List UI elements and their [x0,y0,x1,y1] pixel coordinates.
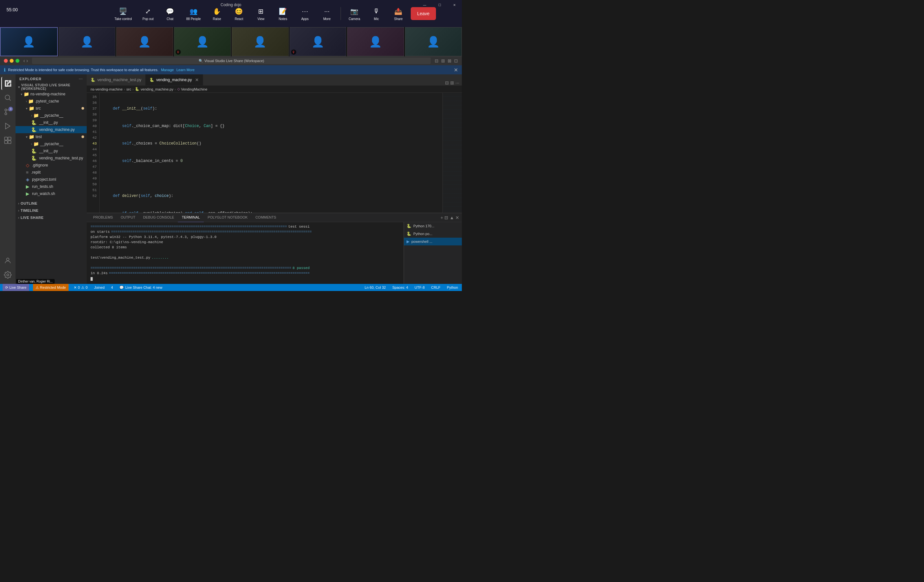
close-button[interactable]: ✕ [447,0,462,10]
fullscreen-dot[interactable] [15,59,20,63]
file-vending-machine-test[interactable]: 🐍 vending_machine_test.py [15,155,87,162]
timeline-section[interactable]: › TIMELINE [15,207,87,214]
ln-col-status[interactable]: Ln 60, Col 32 [363,284,387,291]
activity-account[interactable] [1,254,14,267]
errors-status[interactable]: ✕ 0 ⚠ 0 [73,284,89,291]
terminal-close-button[interactable]: ✕ [455,215,459,220]
terminal-tab-terminal[interactable]: TERMINAL [178,213,204,222]
terminal-tab-polyglot[interactable]: POLYGLOT NOTEBOOK [204,213,252,222]
terminal-panel-powershell[interactable]: ▶ powershell ... [404,237,462,246]
folder-pycache-src[interactable]: › 📁 __pycache__ [15,112,87,119]
joined-status[interactable]: Joined [93,284,106,291]
terminal-content[interactable]: ========================================… [87,222,404,284]
take-control-button[interactable]: 🖥️ Take control [111,4,136,23]
code-editor[interactable]: 35 36 37 38 39 40 41 42 43 44 45 46 [87,93,462,213]
breadcrumb-part-3[interactable]: vending_machine.py [141,87,173,91]
minimize-dot[interactable] [10,59,13,63]
breadcrumb-part-4[interactable]: VendingMachine [181,87,207,91]
code-content[interactable]: def __init__(self): self._choice_can_map… [100,93,442,213]
breadcrumb-part-1[interactable]: ns-vending-machine [91,87,122,91]
video-thumb-8[interactable]: 👤 [405,27,462,56]
address-bar[interactable]: 🔍 Visual Studio Live Share (Workspace) [32,58,431,64]
terminal-tab-comments[interactable]: COMMENTS [252,213,280,222]
breadcrumb-part-2[interactable]: src [127,87,131,91]
share-button[interactable]: 📤 Share [389,4,408,23]
activity-extensions[interactable] [1,134,14,147]
workspace-folder[interactable]: ▾ VISUAL STUDIO LIVE SHARE (WORKSPACE) [15,83,87,91]
explorer-menu-button[interactable]: ··· [79,77,83,81]
spaces-status[interactable]: Spaces: 4 [391,284,409,291]
terminal-panel-python-2[interactable]: 🐍 Python po... [404,230,462,237]
video-thumb-1[interactable]: 👤 [0,27,58,56]
more-editor-actions[interactable]: ··· [455,80,459,85]
line-endings-status[interactable]: CRLF [430,284,442,291]
terminal-tab-problems[interactable]: PROBLEMS [89,213,117,222]
video-thumb-6[interactable]: 👤 🎙 [289,27,347,56]
outline-section[interactable]: › OUTLINE [15,200,87,207]
live-share-section[interactable]: › LIVE SHARE [15,214,87,221]
terminal-maximize-button[interactable]: ▲ [450,215,454,220]
file-gitignore[interactable]: ◇ .gitignore [15,162,87,169]
grid-icon[interactable]: ⊡ [454,58,458,63]
encoding-status[interactable]: UTF-8 [413,284,426,291]
restricted-mode-status[interactable]: ⚠ Restricted Mode [33,284,69,291]
file-run-tests[interactable]: ▶ run_tests.sh [15,183,87,190]
video-thumb-4[interactable]: 👤 🎙 [174,27,231,56]
notes-button[interactable]: 📝 Notes [273,4,293,23]
apps-button[interactable]: ⋯ Apps [295,4,315,23]
people-button[interactable]: 👥 88 People [182,4,205,23]
live-share-status[interactable]: ⟳ Live Share [3,284,29,291]
editor-layout-button[interactable]: ⊞ [450,80,454,85]
notification-close[interactable]: ✕ [454,67,458,73]
terminal-panel-python-1[interactable]: 🐍 Python 170... [404,222,462,230]
manage-link[interactable]: Manage [161,68,174,72]
leave-button[interactable]: Leave [411,7,436,20]
panel-layout-icon[interactable]: ⊠ [447,58,452,63]
camera-button[interactable]: 📷 Camera [345,4,364,23]
activity-settings[interactable] [1,269,14,281]
pop-out-button[interactable]: ⤢ Pop out [139,4,158,23]
tabs-status[interactable]: 4 [110,284,114,291]
folder-test[interactable]: ▾ 📁 test [15,133,87,140]
more-button[interactable]: ··· More [317,4,337,23]
tab-vending-machine-test[interactable]: 🐍 vending_machine_test.py [87,74,145,85]
mic-button[interactable]: 🎙 Mic [367,4,386,23]
activity-explorer[interactable] [1,77,14,90]
file-vending-machine[interactable]: 🐍 vending_machine.py [15,126,87,133]
file-run-watch[interactable]: ▶ run_watch.sh [15,190,87,197]
activity-search[interactable] [1,91,14,104]
chat-button[interactable]: 💬 Chat [160,4,180,23]
file-init-src[interactable]: 🐍 __init__.py [15,119,87,126]
terminal-tab-output[interactable]: OUTPUT [117,213,139,222]
split-editor-icon[interactable]: ⊟ [435,58,439,63]
file-init-test[interactable]: 🐍 __init__.py [15,147,87,155]
video-thumb-2[interactable]: 👤 [59,27,116,56]
layout-icon[interactable]: ⊞ [441,58,445,63]
tab-vending-machine[interactable]: 🐍 vending_machine.py ✕ [145,74,203,85]
view-button[interactable]: ⊞ View [251,4,271,23]
folder-pytest-cache[interactable]: › 📁 .pytest_cache [15,98,87,105]
file-replit[interactable]: ≡ .replit [15,169,87,176]
folder-ns-vending-machine[interactable]: ▾ 📁 ns-vending-machine [15,91,87,98]
tab-close-button[interactable]: ✕ [195,77,199,82]
video-thumb-7[interactable]: 👤 [347,27,404,56]
video-thumb-3[interactable]: 👤 [116,27,173,56]
learn-more-link[interactable]: Learn More [176,68,195,72]
live-share-chat-status[interactable]: 💬 Live Share Chat: 4 new [118,284,163,291]
back-arrow[interactable]: ‹ [23,58,25,64]
close-dot[interactable] [4,59,8,63]
forward-arrow[interactable]: › [26,58,28,64]
folder-src[interactable]: ▾ 📁 src [15,105,87,112]
language-status[interactable]: Python [446,284,459,291]
terminal-split-button[interactable]: ⊟ [444,215,448,220]
react-button[interactable]: 😊 React [229,4,249,23]
file-pyproject[interactable]: ◈ pyproject.toml [15,176,87,183]
split-editor-button[interactable]: ⊟ [445,80,449,85]
video-thumb-5[interactable]: 👤 [231,27,289,56]
add-terminal-button[interactable]: + [441,215,443,220]
raise-button[interactable]: ✋ Raise [207,4,227,23]
terminal-tab-debug[interactable]: DEBUG CONSOLE [139,213,178,222]
activity-source-control[interactable]: 3 [1,106,14,118]
folder-pycache-test[interactable]: › 📁 __pycache__ [15,140,87,147]
activity-debug[interactable] [1,120,14,133]
